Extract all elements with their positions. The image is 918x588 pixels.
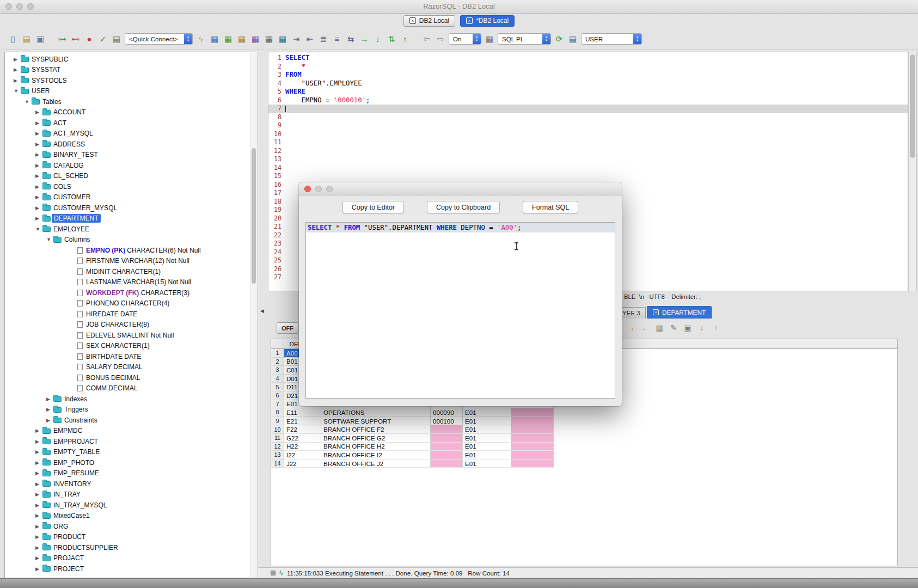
table-edit-icon[interactable]: ▦ (223, 34, 234, 45)
expand-arrow-icon[interactable]: ▶ (35, 152, 42, 157)
tree-item-act[interactable]: ▶ACT (5, 118, 258, 128)
tree-item-mixedcase1[interactable]: ▶MixedCase1 (5, 511, 258, 522)
tree-item-emp-photo[interactable]: ▶EMP_PHOTO (5, 457, 258, 468)
expand-arrow-icon[interactable]: ▶ (35, 173, 42, 179)
nav-forward-icon[interactable]: → (359, 34, 370, 45)
row-number-header[interactable] (271, 339, 284, 348)
tree-item-org[interactable]: ▶ORG (5, 521, 258, 532)
data-cell[interactable] (511, 443, 554, 451)
data-cell[interactable] (431, 443, 463, 451)
data-cell[interactable] (511, 451, 554, 460)
data-cell[interactable]: E01 (463, 460, 511, 468)
row-number-cell[interactable]: 4 (271, 375, 284, 383)
clipboard-icon[interactable]: ▤ (111, 34, 122, 45)
tree-item-inventory[interactable]: ▶INVENTORY (5, 479, 258, 489)
expand-arrow-icon[interactable]: ▶ (35, 534, 42, 540)
row-number-cell[interactable]: 9 (271, 417, 284, 426)
expand-arrow-icon[interactable]: ▶ (35, 142, 42, 147)
tree-item-comm-decimal[interactable]: COMM DECIMAL (5, 383, 258, 394)
off-button[interactable]: OFF (277, 322, 298, 334)
editor-line-7[interactable]: 7 (268, 105, 908, 113)
tree-item-employee[interactable]: ▼EMPLOYEE (5, 224, 258, 235)
data-cell[interactable]: BRANCH OFFICE G2 (321, 434, 431, 443)
copy-to-editor-button[interactable]: Copy to Editor (342, 201, 404, 213)
expand-arrow-icon[interactable]: ▶ (46, 418, 53, 423)
data-cell[interactable]: E01 (463, 443, 511, 451)
row-number-cell[interactable]: 5 (271, 383, 284, 391)
tree-item-salary-decimal[interactable]: SALARY DECIMAL (5, 362, 258, 373)
data-cell[interactable]: BRANCH OFFICE J2 (321, 460, 431, 468)
tree-item-emp-resume[interactable]: ▶EMP_RESUME (5, 468, 258, 479)
data-cell[interactable]: H22 (284, 443, 321, 451)
editor-line-8[interactable]: 8 (268, 113, 908, 122)
expand-arrow-icon[interactable]: ▶ (35, 555, 42, 561)
row-number-cell[interactable]: 10 (271, 425, 284, 434)
tab-close-icon[interactable]: × (466, 17, 473, 24)
tree-item-project[interactable]: ▶PROJECT (5, 564, 258, 574)
format-sql-button[interactable]: Format SQL (523, 201, 578, 213)
expand-arrow-icon[interactable]: ▶ (35, 524, 42, 529)
data-cell[interactable] (511, 417, 554, 426)
tree-item-customer-mysql[interactable]: ▶CUSTOMER_MYSQL (5, 203, 258, 213)
tree-item-triggers[interactable]: ▶Triggers (5, 405, 258, 415)
row-number-cell[interactable]: 7 (271, 400, 284, 409)
doc-tab-db2-local-modified[interactable]: × *DB2 Local (460, 15, 515, 27)
editor-line-14[interactable]: 14 (268, 164, 908, 173)
expand-arrow-icon[interactable]: ▶ (35, 503, 42, 508)
data-cell[interactable] (511, 425, 554, 434)
schema-select-stepper[interactable]: ▲▼ (633, 34, 641, 44)
row-number-cell[interactable]: 3 (271, 366, 284, 375)
editor-line-9[interactable]: 9 (268, 121, 908, 130)
result-down-icon[interactable]: ↓ (697, 322, 707, 333)
copy-to-clipboard-button[interactable]: Copy to Clipboard (427, 201, 500, 213)
data-cell[interactable]: E21 (284, 417, 321, 426)
expand-arrow-icon[interactable]: ▶ (14, 67, 21, 72)
tree-item-lastname-varchar-15-not-null[interactable]: LASTNAME VARCHAR(15) Not Null (5, 277, 258, 288)
data-cell[interactable]: E01 (463, 434, 511, 443)
table-export-icon[interactable]: ▦ (250, 34, 261, 45)
expand-arrow-icon[interactable]: ▶ (35, 428, 42, 433)
tab-close-icon[interactable]: × (653, 309, 659, 315)
tree-item-binary-test[interactable]: ▶BINARY_TEST (5, 150, 258, 161)
data-cell[interactable] (431, 425, 463, 434)
doc-tab-db2-local[interactable]: × DB2 Local (403, 15, 455, 27)
editor-line-12[interactable]: 12 (268, 147, 908, 156)
dialog-sql-textarea[interactable]: SELECT * FROM "USER".DEPARTMENT WHERE DE… (305, 222, 615, 399)
data-cell[interactable]: I22 (284, 451, 321, 460)
schema-select[interactable]: USER▲▼ (581, 33, 642, 45)
data-cell[interactable]: 000100 (431, 417, 463, 426)
tree-scrollbar-thumb[interactable] (252, 148, 256, 284)
tree-item-job-character-8[interactable]: JOB CHARACTER(8) (5, 320, 258, 330)
expand-arrow-icon[interactable]: ▶ (35, 460, 42, 465)
tree-item-cols[interactable]: ▶COLS (5, 181, 258, 192)
tree-item-midinit-character-1[interactable]: MIDINIT CHARACTER(1) (5, 266, 258, 277)
dialog-title-bar[interactable] (299, 182, 622, 195)
data-cell[interactable]: G22 (284, 434, 321, 443)
results-tab-employee3[interactable]: YEE 3 (619, 307, 646, 318)
execute-icon[interactable]: ϟ (195, 34, 206, 45)
tree-item-empno-pk[interactable]: EMPNO (PK) CHARACTER(6) Not Null (5, 245, 258, 256)
new-file-icon[interactable]: ▯ (8, 34, 19, 45)
data-cell[interactable] (431, 434, 463, 443)
result-up-icon[interactable]: ↑ (711, 322, 721, 333)
autocommit-select-stepper[interactable]: ▲▼ (473, 34, 481, 44)
title-bar[interactable]: RazorSQL - DB2 Local (0, 0, 918, 14)
table-sql-icon[interactable]: ▦ (277, 34, 288, 45)
tree-item-empmdc[interactable]: ▶EMPMDC (5, 426, 258, 437)
tree-item-cl-sched[interactable]: ▶CL_SCHED (5, 171, 258, 182)
row-number-cell[interactable]: 12 (271, 443, 284, 451)
indent-icon[interactable]: ⇥ (291, 34, 302, 45)
autocommit-select[interactable]: On▲▼ (449, 33, 481, 45)
nav-down-icon[interactable]: ↓ (372, 34, 383, 45)
collapse-arrow-icon[interactable]: ▼ (25, 99, 32, 105)
disconnect-icon[interactable]: ⊷ (70, 34, 81, 45)
data-cell[interactable] (431, 460, 463, 468)
tree-item-columns[interactable]: ▼Columns (5, 235, 258, 246)
data-cell[interactable]: BRANCH OFFICE I2 (321, 451, 431, 460)
tree-item-productsupplier[interactable]: ▶PRODUCTSUPPLIER (5, 542, 258, 553)
expand-arrow-icon[interactable]: ▶ (35, 481, 42, 487)
row-number-cell[interactable]: 8 (271, 408, 284, 417)
row-number-cell[interactable]: 1 (271, 349, 284, 358)
expand-arrow-icon[interactable]: ▶ (14, 57, 21, 62)
expand-arrow-icon[interactable]: ▶ (35, 131, 42, 136)
